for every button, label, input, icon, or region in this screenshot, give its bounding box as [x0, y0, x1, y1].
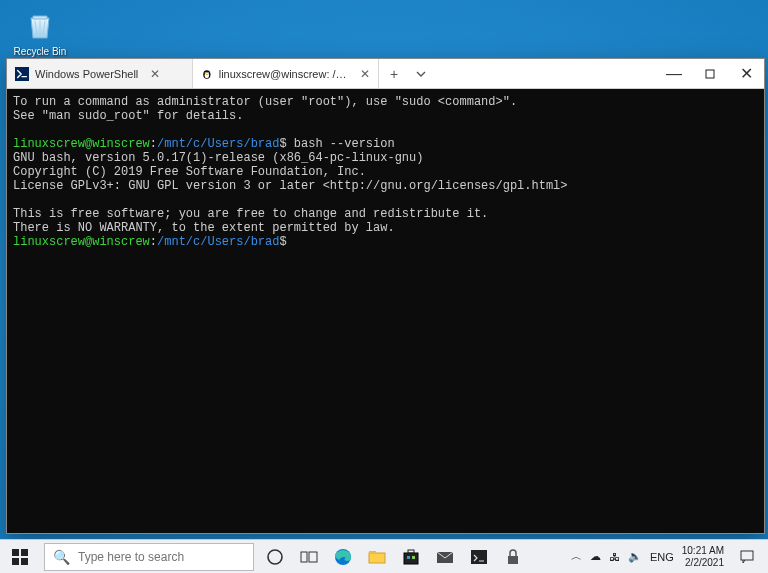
tab-label: Windows PowerShell — [35, 68, 138, 80]
start-button[interactable] — [0, 540, 40, 573]
clock-date: 2/2/2021 — [682, 557, 724, 569]
maximize-button[interactable] — [692, 59, 728, 88]
new-tab-button[interactable]: + — [379, 59, 409, 88]
desktop-icon-recycle-bin[interactable]: Recycle Bin — [12, 8, 68, 57]
taskbar-clock[interactable]: 10:21 AM 2/2/2021 — [682, 545, 724, 569]
volume-icon[interactable]: 🔈 — [628, 550, 642, 563]
window-titlebar: Windows PowerShell ✕ linuxscrew@winscrew… — [7, 59, 764, 89]
prompt-user: linuxscrew@winscrew — [13, 235, 150, 249]
tab-close-icon[interactable]: ✕ — [150, 67, 160, 81]
terminal-line: See "man sudo_root" for details. — [13, 109, 243, 123]
search-icon: 🔍 — [53, 549, 70, 565]
svg-rect-9 — [301, 552, 307, 562]
system-tray: ︿ ☁ 🖧 🔈 ENG 10:21 AM 2/2/2021 — [565, 540, 768, 573]
command: bash --version — [287, 137, 395, 151]
svg-point-5 — [205, 72, 206, 73]
svg-rect-15 — [408, 550, 414, 553]
svg-rect-7 — [706, 70, 714, 78]
edge-icon[interactable] — [326, 540, 360, 573]
recycle-bin-icon — [22, 8, 58, 44]
tux-icon — [201, 67, 213, 81]
svg-rect-10 — [309, 552, 317, 562]
recycle-bin-label: Recycle Bin — [12, 46, 68, 57]
terminal-line: GNU bash, version 5.0.17(1)-release (x86… — [13, 151, 423, 165]
terminal-line: This is free software; you are free to c… — [13, 207, 488, 221]
language-indicator[interactable]: ENG — [650, 551, 674, 563]
svg-rect-17 — [412, 556, 415, 559]
svg-rect-14 — [404, 553, 418, 564]
onedrive-icon[interactable]: ☁ — [590, 550, 601, 563]
prompt-user: linuxscrew@winscrew — [13, 137, 150, 151]
cortana-button[interactable] — [258, 540, 292, 573]
tab-linux[interactable]: linuxscrew@winscrew: /mnt/c/U ✕ — [193, 59, 379, 88]
svg-point-6 — [208, 72, 209, 73]
tab-close-icon[interactable]: ✕ — [360, 67, 370, 81]
terminal-line: Copyright (C) 2019 Free Software Foundat… — [13, 165, 366, 179]
tab-powershell[interactable]: Windows PowerShell ✕ — [7, 59, 193, 88]
mail-icon[interactable] — [428, 540, 462, 573]
svg-point-8 — [268, 550, 282, 564]
window-controls: — ✕ — [656, 59, 764, 88]
close-button[interactable]: ✕ — [728, 59, 764, 88]
tab-dropdown-button[interactable] — [409, 59, 433, 88]
terminal-line: To run a command as administrator (user … — [13, 95, 517, 109]
prompt-path: /mnt/c/Users/brad — [157, 235, 279, 249]
minimize-button[interactable]: — — [656, 59, 692, 88]
tray-chevron-up-icon[interactable]: ︿ — [571, 549, 582, 564]
task-view-button[interactable] — [292, 540, 326, 573]
taskbar-search[interactable]: 🔍 — [44, 543, 254, 571]
svg-rect-20 — [508, 556, 518, 564]
powershell-icon — [15, 67, 29, 81]
terminal-window: Windows PowerShell ✕ linuxscrew@winscrew… — [6, 58, 765, 534]
explorer-icon[interactable] — [360, 540, 394, 573]
svg-rect-21 — [741, 551, 753, 560]
action-center-button[interactable] — [732, 549, 762, 565]
tab-label: linuxscrew@winscrew: /mnt/c/U — [219, 68, 348, 80]
store-icon[interactable] — [394, 540, 428, 573]
terminal-app-icon[interactable] — [462, 540, 496, 573]
svg-rect-12 — [369, 553, 385, 563]
maximize-icon — [705, 69, 715, 79]
svg-rect-16 — [407, 556, 410, 559]
terminal-line: There is NO WARRANTY, to the extent perm… — [13, 221, 395, 235]
terminal-output[interactable]: To run a command as administrator (user … — [7, 89, 764, 533]
terminal-line: License GPLv3+: GNU GPL version 3 or lat… — [13, 179, 568, 193]
clock-time: 10:21 AM — [682, 545, 724, 557]
svg-rect-13 — [369, 551, 376, 554]
windows-icon — [12, 549, 28, 565]
taskbar-pinned — [258, 540, 530, 573]
prompt-path: /mnt/c/Users/brad — [157, 137, 279, 151]
taskbar: 🔍 ︿ ☁ 🖧 🔈 ENG 10:21 AM 2/2/2021 — [0, 539, 768, 573]
search-input[interactable] — [78, 550, 245, 564]
lock-icon[interactable] — [496, 540, 530, 573]
network-icon[interactable]: 🖧 — [609, 551, 620, 563]
svg-rect-19 — [471, 550, 487, 564]
